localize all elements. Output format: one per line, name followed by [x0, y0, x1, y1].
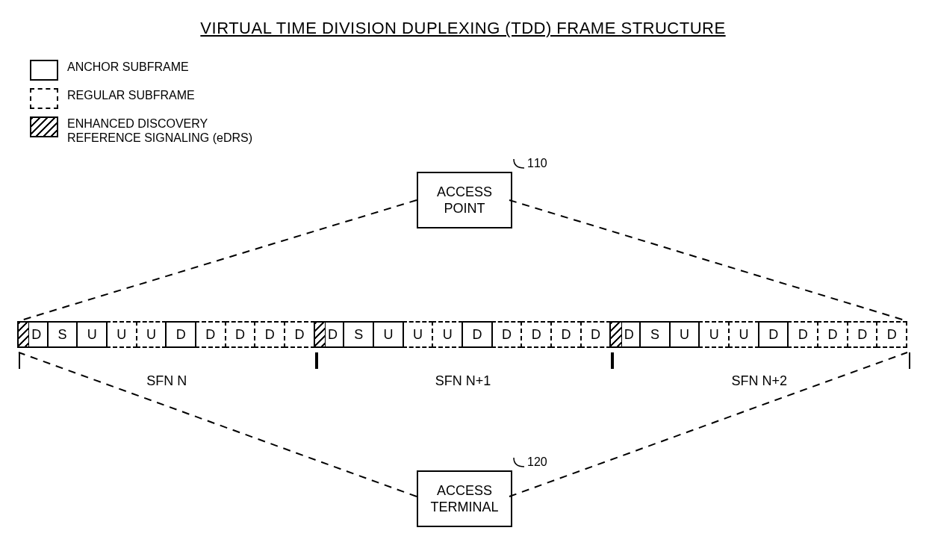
subframe-letter: U	[709, 327, 719, 343]
subframe-cell: D	[314, 321, 345, 348]
subframe-cell: D	[550, 321, 582, 348]
subframe-letter: U	[116, 327, 126, 343]
subframe-letter: U	[146, 327, 156, 343]
subframe-letter: D	[857, 327, 867, 343]
subframe-cell: S	[343, 321, 374, 348]
sfn-label: SFN N	[19, 373, 315, 389]
subframe-cell: D	[284, 321, 315, 348]
subframe-cell: D	[758, 321, 789, 348]
subframe-cell: D	[195, 321, 226, 348]
subframe-cell: D	[847, 321, 878, 348]
subframe-letter: D	[591, 327, 600, 343]
subframe-letter: S	[58, 327, 67, 343]
sfn-label: SFN N+2	[611, 373, 907, 389]
subframe-cell: U	[136, 321, 167, 348]
subframe-cell: D	[787, 321, 818, 348]
subframe-letter: U	[739, 327, 748, 343]
subframe-cell: U	[106, 321, 137, 348]
subframe-letter: D	[320, 327, 338, 343]
subframe-letter: D	[827, 327, 837, 343]
subframe-cell: D	[817, 321, 848, 348]
sfn-bracket	[611, 352, 910, 369]
subframe-cell: D	[609, 321, 641, 348]
diagram-canvas: VIRTUAL TIME DIVISION DUPLEXING (TDD) FR…	[0, 0, 926, 560]
sfn-label: SFN N+1	[315, 373, 612, 389]
subframe-cell: D	[876, 321, 907, 348]
subframe-cell: U	[432, 321, 463, 348]
subframe-cell: S	[47, 321, 78, 348]
subframe-letter: U	[443, 327, 453, 343]
subframe-letter: D	[294, 327, 304, 343]
subframe-letter: D	[176, 327, 186, 343]
subframe-letter: D	[617, 327, 634, 343]
subframe-cell: D	[254, 321, 285, 348]
subframe-letter: D	[561, 327, 571, 343]
subframe-letter: D	[235, 327, 245, 343]
subframe-cell: U	[373, 321, 404, 348]
sfn-bracket	[315, 352, 615, 369]
subframe-cell: U	[728, 321, 759, 348]
subframe-letter: S	[650, 327, 659, 343]
subframe-cell: D	[580, 321, 612, 348]
subframe-letter: U	[87, 327, 97, 343]
subframe-cell: D	[165, 321, 196, 348]
subframe-cell: U	[76, 321, 108, 348]
subframe-cell: U	[403, 321, 434, 348]
svg-line-1	[509, 200, 907, 321]
subframe-letter: D	[472, 327, 482, 343]
sfn-bracket	[19, 352, 318, 369]
subframe-cell: S	[639, 321, 671, 348]
subframe-letter: U	[413, 327, 423, 343]
subframe-letter: D	[205, 327, 215, 343]
subframe-cell: D	[521, 321, 552, 348]
svg-line-0	[19, 200, 417, 321]
subframe-cell: U	[669, 321, 700, 348]
subframe-letter: D	[768, 327, 778, 343]
subframe-letter: D	[24, 327, 41, 343]
subframe-cell: D	[17, 321, 49, 348]
subframe-letter: U	[680, 327, 689, 343]
subframe-cell: D	[491, 321, 523, 348]
subframe-letter: D	[532, 327, 541, 343]
subframe-letter: D	[265, 327, 275, 343]
connector-lines	[0, 0, 926, 560]
subframe-letter: D	[798, 327, 808, 343]
subframe-letter: U	[383, 327, 393, 343]
subframe-cell: D	[225, 321, 256, 348]
frame-strip: DSUUUDDDDDDSUUUDDDDDDSUUUDDDDD	[19, 321, 907, 348]
subframe-cell: U	[698, 321, 730, 348]
subframe-cell: D	[462, 321, 493, 348]
subframe-letter: D	[887, 327, 897, 343]
subframe-letter: D	[502, 327, 512, 343]
subframe-letter: S	[354, 327, 363, 343]
